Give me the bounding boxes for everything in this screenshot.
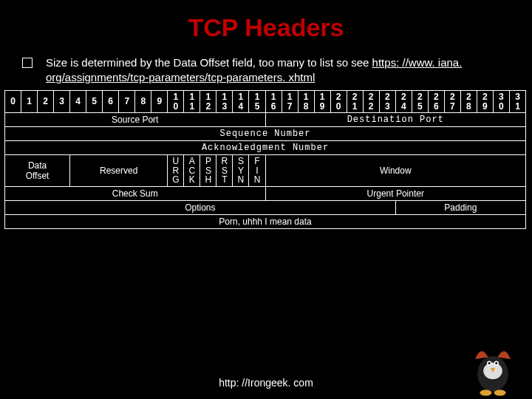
bit-14: 1 4: [233, 91, 249, 113]
bit-17: 1 7: [282, 91, 298, 113]
dest-port-cell: Destination Port: [265, 113, 526, 127]
bit-31: 3 1: [509, 91, 525, 113]
bit-2: 2: [38, 91, 54, 113]
slide-title: TCP Headers: [0, 13, 532, 42]
padding-cell: Padding: [395, 200, 525, 214]
bit-row: 01234567891 01 11 21 31 41 51 61 71 81 9…: [5, 91, 526, 113]
bit-15: 1 5: [249, 91, 265, 113]
source-port-cell: Source Port: [5, 113, 266, 127]
tcp-header-table: 01234567891 01 11 21 31 41 51 61 71 81 9…: [4, 90, 526, 229]
bit-5: 5: [86, 91, 103, 113]
bit-21: 2 1: [347, 91, 363, 113]
flag-syn: S Y N: [233, 155, 249, 187]
bit-12: 1 2: [200, 91, 216, 113]
bit-24: 2 4: [395, 91, 412, 113]
bullet-item: Size is determined by the Data Offset fi…: [22, 55, 502, 84]
svg-point-7: [480, 390, 491, 396]
bit-16: 1 6: [265, 91, 282, 113]
bit-30: 3 0: [493, 91, 509, 113]
bit-6: 6: [103, 91, 119, 113]
bit-4: 4: [70, 91, 86, 113]
bit-25: 2 5: [412, 91, 428, 113]
bullet-marker: [22, 58, 33, 68]
bit-10: 1 0: [168, 91, 184, 113]
bit-22: 2 2: [363, 91, 379, 113]
bit-19: 1 9: [314, 91, 330, 113]
mascot-image: [460, 338, 526, 398]
bit-18: 1 8: [298, 91, 314, 113]
urgent-ptr-cell: Urgent Pointer: [265, 186, 526, 200]
svg-point-8: [494, 390, 506, 396]
bit-1: 1: [21, 91, 38, 113]
footer-link: http: //Irongeek. com: [0, 377, 532, 389]
bit-0: 0: [5, 91, 21, 113]
window-cell: Window: [265, 155, 526, 187]
bit-7: 7: [119, 91, 135, 113]
bit-29: 2 9: [477, 91, 493, 113]
reserved-cell: Reserved: [70, 155, 168, 187]
bit-28: 2 8: [460, 91, 477, 113]
data-offset-cell: Data Offset: [5, 155, 70, 187]
svg-point-4: [488, 362, 491, 364]
bit-26: 2 6: [428, 91, 444, 113]
bit-23: 2 3: [379, 91, 395, 113]
flag-psh: P S H: [200, 155, 216, 187]
flag-ack: A C K: [184, 155, 200, 187]
checksum-cell: Check Sum: [5, 186, 266, 200]
flag-urg: U R G: [168, 155, 184, 187]
seq-num-cell: Sequence Number: [5, 127, 526, 141]
flag-rst: R S T: [216, 155, 233, 187]
bullet-prefix: Size is determined by the Data Offset fi…: [46, 56, 372, 69]
bit-3: 3: [54, 91, 70, 113]
bit-27: 2 7: [444, 91, 460, 113]
ack-num-cell: Acknowledgment Number: [5, 141, 526, 155]
bit-8: 8: [135, 91, 151, 113]
bullet-text: Size is determined by the Data Offset fi…: [46, 55, 502, 84]
bit-13: 1 3: [216, 91, 233, 113]
bit-20: 2 0: [330, 91, 347, 113]
bit-9: 9: [151, 91, 168, 113]
flag-fin: F I N: [249, 155, 265, 187]
data-cell: Porn, uhhh I mean data: [5, 214, 526, 228]
svg-point-5: [495, 362, 497, 364]
bit-11: 1 1: [184, 91, 200, 113]
options-cell: Options: [5, 200, 396, 214]
